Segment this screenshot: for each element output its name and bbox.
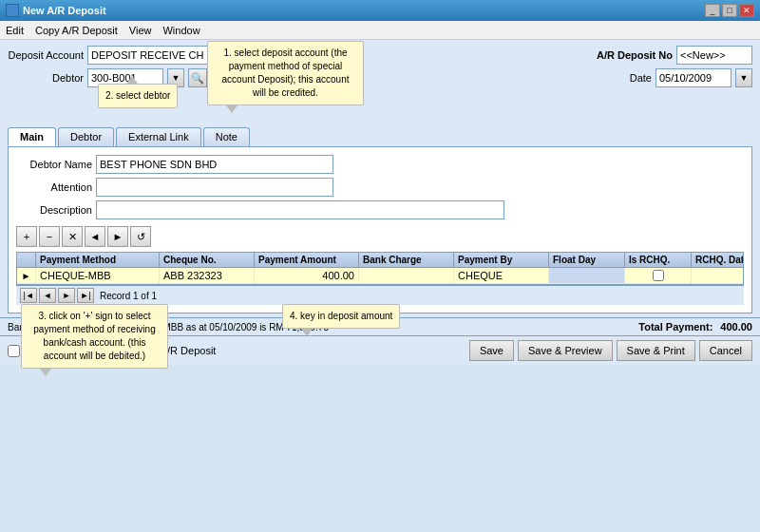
window-controls: _ □ ✕ [705,4,754,17]
close-button[interactable]: ✕ [739,4,754,17]
description-label: Description [16,204,92,216]
col-bank-charge: Bank Charge [359,253,454,267]
payment-table: Payment Method Cheque No. Payment Amount… [16,252,744,285]
cell-payment-method: CHEQUE-MBB [36,268,160,283]
callout-4-text: 4. key in deposit amount [282,304,400,329]
date-label: Date [623,72,652,84]
cell-cheque-no: ABB 232323 [160,268,255,283]
tab-bar: Main Debtor External Link Note [8,127,752,146]
cell-is-rchq [625,268,692,283]
callout-1: 1. select deposit account (the payment m… [207,41,364,113]
callout-4-arrow [301,329,313,336]
col-rchq-date: RCHQ. Date [692,253,744,267]
next-button[interactable]: ► [107,226,128,247]
cell-bank-charge [359,268,454,283]
col-cheque-no: Cheque No. [160,253,255,267]
delete-button[interactable]: ✕ [62,226,83,247]
title-bar: New A/R Deposit _ □ ✕ [0,0,760,21]
menu-bar: Edit Copy A/R Deposit View Window [0,21,760,40]
deposit-account-label: Deposit Account [8,49,84,61]
callout-1-arrow [226,105,238,113]
nav-last[interactable]: ►| [77,288,94,303]
table-row[interactable]: ► CHEQUE-MBB ABB 232323 400.00 CHEQUE [17,268,743,284]
attention-label: Attention [16,181,92,193]
window-icon [6,4,19,17]
nav-prev[interactable]: ◄ [39,288,56,303]
callout-3-arrow [40,369,51,376]
debtor-label: Debtor [8,72,84,84]
deposit-account-input[interactable] [87,46,211,65]
maximize-button[interactable]: □ [722,4,737,17]
menu-copy-ar[interactable]: Copy A/R Deposit [35,25,118,36]
nav-next[interactable]: ► [58,288,75,303]
save-button[interactable]: Save [469,340,514,361]
attention-input[interactable] [96,178,333,197]
ar-deposit-input[interactable] [676,46,752,65]
window-title: New A/R Deposit [6,4,106,17]
action-buttons: Save Save & Preview Save & Print Cancel [469,340,752,361]
col-float-day: Float Day [549,253,625,267]
menu-edit[interactable]: Edit [6,25,24,36]
description-input[interactable] [96,200,504,219]
debtor-search-button[interactable]: 🔍 [188,68,207,87]
callout-2-arrow-up [126,76,138,84]
row-indicator: ► [17,268,36,283]
callout-3-text: 3. click on '+' sign to select payment m… [21,304,168,369]
date-dropdown[interactable]: ▼ [735,68,752,87]
grid-toolbar: + − ✕ ◄ ► ↺ [16,223,744,250]
date-row: Date ▼ [623,68,752,87]
col-payment-amount: Payment Amount [255,253,359,267]
add-row-button[interactable]: + [16,226,37,247]
tab-note[interactable]: Note [203,127,250,146]
menu-window[interactable]: Window [162,25,200,36]
subtract-button[interactable]: − [39,226,60,247]
col-payment-method: Payment Method [36,253,160,267]
cell-payment-amount: 400.00 [255,268,359,283]
table-navigation: |◄ ◄ ► ►| Record 1 of 1 [16,285,744,305]
tab-main[interactable]: Main [8,127,56,146]
refresh-button[interactable]: ↺ [130,226,151,247]
nav-first[interactable]: |◄ [20,288,37,303]
col-is-rchq: Is RCHQ. [625,253,692,267]
cell-float-day [549,268,625,283]
cancel-button[interactable]: Cancel [699,340,752,361]
tab-external-link[interactable]: External Link [116,127,201,146]
is-rchq-checkbox[interactable] [653,270,664,281]
record-info: Record 1 of 1 [100,291,157,301]
total-payment-value: 400.00 [720,321,752,332]
cell-rchq-date [692,268,744,283]
callout-2-text: 2. select debtor [98,84,178,108]
after-save-checkbox[interactable] [8,345,20,357]
callout-1-text: 1. select deposit account (the payment m… [207,41,364,105]
minimize-button[interactable]: _ [705,4,720,17]
save-preview-button[interactable]: Save & Preview [518,340,613,361]
date-input[interactable] [656,68,732,87]
save-print-button[interactable]: Save & Print [617,340,695,361]
col-indicator [17,253,36,267]
main-container: Deposit Account ▼ Debtor ▼ 🔍 1. select d… [0,40,760,317]
table-header: Payment Method Cheque No. Payment Amount… [17,253,743,268]
callout-3: 3. click on '+' sign to select payment m… [21,304,168,376]
col-payment-by: Payment By [454,253,549,267]
attention-row: Attention [16,178,744,197]
form-panel: Debtor Name Attention Description + − ✕ … [8,146,752,314]
tab-debtor[interactable]: Debtor [58,127,114,146]
cell-payment-by: CHEQUE [454,268,549,283]
header-right: A/R Deposit No Date ▼ [597,46,752,87]
callout-4: 4. key in deposit amount [282,304,400,336]
menu-view[interactable]: View [129,25,152,36]
callout-2: 2. select debtor [98,76,178,108]
debtor-name-input[interactable] [96,155,333,174]
total-payment-label: Total Payment: [638,321,712,332]
debtor-name-row: Debtor Name [16,155,744,174]
description-row: Description [16,200,744,219]
deposit-account-row: Deposit Account ▼ [8,46,232,65]
debtor-name-label: Debtor Name [16,159,92,170]
prev-button[interactable]: ◄ [85,226,105,247]
ar-deposit-row: A/R Deposit No [597,46,752,65]
ar-deposit-label: A/R Deposit No [597,49,673,61]
